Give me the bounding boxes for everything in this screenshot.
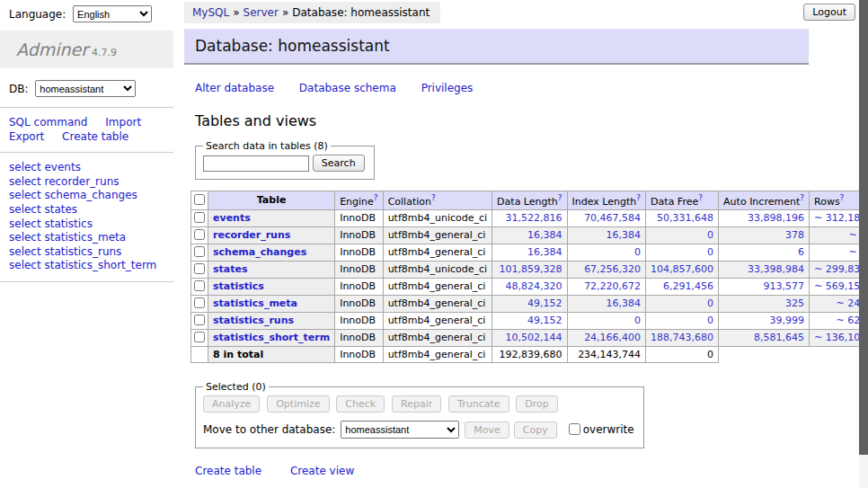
sidebar-link-import[interactable]: Import xyxy=(105,116,141,129)
optimize-button[interactable]: Optimize xyxy=(267,395,329,413)
sidebar-link-sql-command[interactable]: SQL command xyxy=(9,116,87,129)
scrollbar-thumb[interactable] xyxy=(859,0,868,455)
table-link-recorder-runs[interactable]: recorder_runs xyxy=(213,229,290,241)
selected-buttons: Analyze Optimize Check Repair Truncate D… xyxy=(203,395,634,413)
sidebar-link-export[interactable]: Export xyxy=(9,130,44,143)
help-icon[interactable]: ? xyxy=(800,193,804,202)
auto-increment-cell: 6 xyxy=(719,244,810,261)
select-all-checkbox[interactable] xyxy=(194,194,205,205)
sidebar-table-links: select events select recorder_runs selec… xyxy=(0,153,173,282)
app-title: Adminer4.7.9 xyxy=(0,31,173,68)
logout-button[interactable]: Logout xyxy=(803,4,855,21)
alter-database-link[interactable]: Alter database xyxy=(195,82,274,94)
move-database-select[interactable]: homeassistant xyxy=(341,421,459,439)
collation-cell: utf8mb4_general_ci xyxy=(383,329,492,346)
help-icon[interactable]: ? xyxy=(840,193,845,202)
sidebar-item-select-recorder-runs[interactable]: select recorder_runs xyxy=(9,175,173,190)
overwrite-checkbox[interactable] xyxy=(569,423,580,435)
search-legend: Search data in tables (8) xyxy=(203,140,331,152)
collation-cell: utf8mb4_unicode_ci xyxy=(383,261,492,278)
table-link-states[interactable]: states xyxy=(213,263,248,275)
auto-increment-cell: 33,898,196 xyxy=(719,209,810,226)
sidebar-item-select-statistics[interactable]: select statistics xyxy=(9,217,173,232)
check-button[interactable]: Check xyxy=(336,395,385,413)
engine-cell: InnoDB xyxy=(335,209,383,226)
sidebar-item-select-statistics-meta[interactable]: select statistics_meta xyxy=(9,231,173,245)
database-schema-link[interactable]: Database schema xyxy=(299,82,396,94)
create-table-link[interactable]: Create table xyxy=(195,465,261,477)
sidebar-link-create-table[interactable]: Create table xyxy=(62,130,128,143)
row-checkbox[interactable] xyxy=(194,246,205,257)
help-icon[interactable]: ? xyxy=(698,193,703,202)
db-select[interactable]: homeassistant xyxy=(35,80,136,97)
vertical-scrollbar[interactable] xyxy=(859,0,868,488)
sidebar-item-select-statistics-short-term[interactable]: select statistics_short_term xyxy=(9,259,173,273)
language-label: Language: xyxy=(9,8,66,21)
search-input[interactable] xyxy=(203,155,309,172)
column-header-data-length: Data Length? xyxy=(492,191,567,210)
table-link-schema-changes[interactable]: schema_changes xyxy=(213,246,306,258)
collation-total-cell: utf8mb4_general_ci xyxy=(383,346,492,362)
table-link-statistics-runs[interactable]: statistics_runs xyxy=(213,315,294,326)
auto-increment-cell: 325 xyxy=(719,295,810,312)
table-link-events[interactable]: events xyxy=(213,212,251,224)
row-checkbox[interactable] xyxy=(194,332,205,342)
copy-button[interactable]: Copy xyxy=(514,421,557,439)
help-icon[interactable]: ? xyxy=(374,193,378,202)
data-length-cell: 16,384 xyxy=(492,226,567,244)
collation-cell: utf8mb4_general_ci xyxy=(383,278,492,295)
data-free-cell: 0 xyxy=(646,226,719,244)
sidebar: Language: English Adminer4.7.9 DB: homea… xyxy=(0,0,173,282)
move-label: Move to other database: xyxy=(203,423,335,436)
auto-increment-cell: 8,581,645 xyxy=(719,329,810,346)
data-length-cell: 16,384 xyxy=(492,244,567,261)
engine-cell: InnoDB xyxy=(335,278,383,295)
language-select[interactable]: English xyxy=(73,5,152,22)
privileges-link[interactable]: Privileges xyxy=(421,82,474,94)
sidebar-item-select-statistics-runs[interactable]: select statistics_runs xyxy=(9,245,173,260)
breadcrumb-server[interactable]: Server xyxy=(244,6,279,19)
move-row: Move to other database:homeassistantMove… xyxy=(203,421,634,439)
table-row: recorder_runs InnoDB utf8mb4_general_ci … xyxy=(191,226,868,244)
repair-button[interactable]: Repair xyxy=(392,395,441,413)
table-link-statistics-short-term[interactable]: statistics_short_term xyxy=(213,332,330,343)
engine-cell: InnoDB xyxy=(335,226,383,244)
help-icon[interactable]: ? xyxy=(558,193,562,202)
data-length-cell: 48,824,320 xyxy=(492,278,567,295)
table-row: statistics InnoDB utf8mb4_general_ci 48,… xyxy=(191,278,868,295)
engine-cell: InnoDB xyxy=(335,295,383,312)
column-header-table: Table xyxy=(208,191,335,210)
index-length-cell: 72,220,672 xyxy=(567,278,646,295)
sidebar-item-select-states[interactable]: select states xyxy=(9,203,173,217)
create-view-link[interactable]: Create view xyxy=(290,465,354,477)
table-link-statistics-meta[interactable]: statistics_meta xyxy=(213,297,297,309)
table-link-statistics[interactable]: statistics xyxy=(213,280,264,292)
row-checkbox[interactable] xyxy=(194,280,205,291)
search-fieldset: Search data in tables (8) Search xyxy=(195,140,375,180)
row-checkbox[interactable] xyxy=(194,229,205,240)
drop-button[interactable]: Drop xyxy=(516,395,557,413)
breadcrumb-separator: » xyxy=(282,6,288,19)
help-icon[interactable]: ? xyxy=(636,193,641,202)
row-checkbox[interactable] xyxy=(194,263,205,274)
sidebar-item-select-events[interactable]: select events xyxy=(9,161,173,175)
engine-total-cell: InnoDB xyxy=(335,346,383,362)
sidebar-item-select-schema-changes[interactable]: select schema_changes xyxy=(9,189,173,203)
analyze-button[interactable]: Analyze xyxy=(203,395,260,413)
data-length-cell: 49,152 xyxy=(492,295,567,312)
move-button[interactable]: Move xyxy=(465,421,509,439)
row-checkbox[interactable] xyxy=(194,297,205,308)
engine-cell: InnoDB xyxy=(335,244,383,261)
search-button[interactable]: Search xyxy=(313,155,365,172)
truncate-button[interactable]: Truncate xyxy=(448,395,509,413)
row-checkbox[interactable] xyxy=(194,315,205,325)
row-checkbox[interactable] xyxy=(194,212,205,223)
help-icon[interactable]: ? xyxy=(431,193,436,202)
breadcrumb-mysql[interactable]: MySQL xyxy=(192,6,229,19)
collation-cell: utf8mb4_unicode_ci xyxy=(383,209,492,226)
table-header-row: Table Engine? Collation? Data Length? In… xyxy=(191,191,868,210)
collation-cell: utf8mb4_general_ci xyxy=(383,226,492,244)
table-row: statistics_meta InnoDB utf8mb4_general_c… xyxy=(191,295,868,312)
data-free-cell: 188,743,680 xyxy=(646,329,719,346)
table-row: states InnoDB utf8mb4_unicode_ci 101,859… xyxy=(191,261,868,278)
